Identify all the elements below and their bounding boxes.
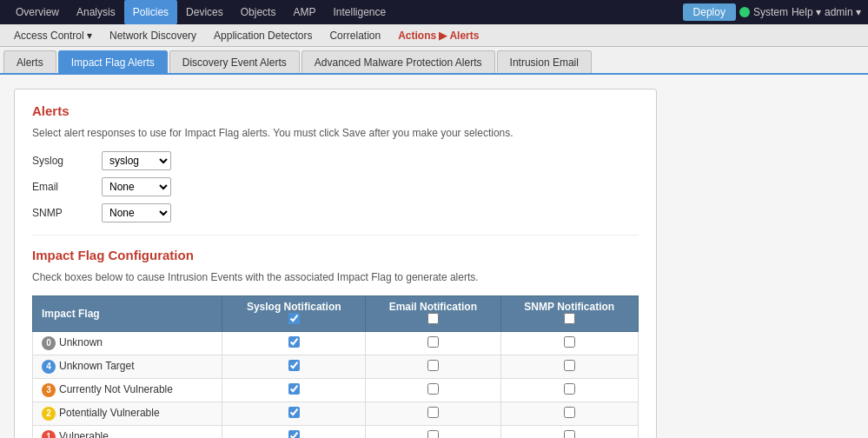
syslog-cell	[222, 332, 366, 355]
table-row: 2Potentially Vulnerable	[33, 402, 639, 426]
system-link[interactable]: System	[753, 6, 788, 18]
snmp-checkbox-3[interactable]	[564, 407, 575, 418]
email-label: Email	[32, 181, 102, 193]
email-header-checkbox[interactable]	[427, 313, 439, 324]
table-row: 0Unknown	[33, 332, 639, 355]
tab-discovery-event-alerts[interactable]: Discovery Event Alerts	[169, 50, 300, 73]
alerts-title: Alerts	[32, 103, 639, 118]
impact-flag-title: Impact Flag Configuration	[32, 248, 639, 262]
nav-item-devices[interactable]: Devices	[177, 0, 232, 24]
snmp-checkbox-1[interactable]	[564, 360, 575, 371]
syslog-checkbox-2[interactable]	[288, 383, 300, 395]
nav-item-policies[interactable]: Policies	[124, 0, 177, 24]
tab-intrusion-email[interactable]: Intrusion Email	[497, 50, 592, 73]
impact-flag-table: Impact Flag Syslog Notification Email No…	[32, 295, 639, 438]
snmp-checkbox-4[interactable]	[564, 430, 575, 438]
status-indicator	[739, 7, 750, 17]
tab-alerts[interactable]: Alerts	[3, 50, 56, 73]
table-row: 1Vulnerable	[33, 426, 639, 439]
email-checkbox-0[interactable]	[427, 336, 439, 348]
nav-item-objects[interactable]: Objects	[232, 0, 285, 24]
tabs-bar: Alerts Impact Flag Alerts Discovery Even…	[0, 47, 868, 75]
snmp-checkbox-2[interactable]	[564, 383, 575, 395]
tab-advanced-malware[interactable]: Advanced Malware Protection Alerts	[301, 50, 495, 73]
syslog-cell	[222, 355, 366, 379]
secondary-navigation: Access Control ▾ Network Discovery Appli…	[0, 24, 868, 47]
table-row: 4Unknown Target	[33, 355, 639, 379]
help-menu[interactable]: Help ▾	[792, 6, 821, 18]
deploy-button[interactable]: Deploy	[683, 3, 736, 21]
email-checkbox-2[interactable]	[427, 383, 439, 395]
impact-flag-cell: 3Currently Not Vulnerable	[33, 379, 222, 402]
email-cell	[366, 332, 500, 355]
table-row: 3Currently Not Vulnerable	[33, 379, 639, 402]
col-impact-flag: Impact Flag	[33, 296, 222, 332]
nav-item-overview[interactable]: Overview	[7, 0, 68, 24]
snmp-row: SNMP None	[32, 203, 639, 222]
snmp-label: SNMP	[32, 207, 102, 219]
snmp-header-checkbox[interactable]	[564, 313, 575, 324]
tab-impact-flag-alerts[interactable]: Impact Flag Alerts	[58, 50, 168, 73]
syslog-checkbox-1[interactable]	[288, 360, 300, 371]
syslog-select[interactable]: syslog None	[102, 151, 171, 170]
nav-item-amp[interactable]: AMP	[284, 0, 324, 24]
alerts-description: Select alert responses to use for Impact…	[32, 127, 639, 139]
secnav-actions-alerts[interactable]: Actions ▶ Alerts	[389, 24, 487, 47]
col-email-notification: Email Notification	[366, 296, 500, 332]
email-row: Email None	[32, 177, 639, 196]
col-syslog-notification: Syslog Notification	[222, 296, 366, 332]
email-select[interactable]: None	[102, 177, 171, 196]
syslog-cell	[222, 426, 366, 439]
email-checkbox-4[interactable]	[427, 430, 439, 438]
alerts-card: Alerts Select alert responses to use for…	[14, 89, 657, 438]
nav-item-analysis[interactable]: Analysis	[68, 0, 124, 24]
email-cell	[366, 379, 500, 402]
syslog-cell	[222, 402, 366, 426]
impact-flag-description: Check boxes below to cause Intrusion Eve…	[32, 271, 639, 283]
syslog-checkbox-4[interactable]	[288, 430, 300, 438]
secnav-network-discovery[interactable]: Network Discovery	[101, 24, 205, 47]
email-cell	[366, 402, 500, 426]
snmp-select[interactable]: None	[102, 203, 171, 222]
snmp-cell	[500, 379, 639, 402]
email-checkbox-3[interactable]	[427, 407, 439, 418]
email-checkbox-1[interactable]	[427, 360, 439, 371]
top-navigation: Overview Analysis Policies Devices Objec…	[0, 0, 868, 24]
admin-menu[interactable]: admin ▾	[825, 6, 861, 18]
main-content: Alerts Select alert responses to use for…	[0, 75, 868, 438]
secnav-application-detectors[interactable]: Application Detectors	[205, 24, 321, 47]
syslog-checkbox-3[interactable]	[288, 407, 300, 418]
col-snmp-notification: SNMP Notification	[500, 296, 639, 332]
impact-flag-cell: 2Potentially Vulnerable	[33, 402, 222, 426]
impact-flag-cell: 1Vulnerable	[33, 426, 222, 439]
syslog-label: Syslog	[32, 155, 102, 167]
secnav-access-control[interactable]: Access Control ▾	[5, 24, 101, 47]
impact-flag-cell: 4Unknown Target	[33, 355, 222, 379]
email-cell	[366, 355, 500, 379]
syslog-cell	[222, 379, 366, 402]
email-cell	[366, 426, 500, 439]
snmp-checkbox-0[interactable]	[564, 336, 575, 348]
snmp-cell	[500, 355, 639, 379]
syslog-checkbox-0[interactable]	[288, 336, 300, 348]
snmp-cell	[500, 402, 639, 426]
nav-item-intelligence[interactable]: Intelligence	[324, 0, 394, 24]
secnav-correlation[interactable]: Correlation	[321, 24, 389, 47]
impact-flag-cell: 0Unknown	[33, 332, 222, 355]
syslog-row: Syslog syslog None	[32, 151, 639, 170]
snmp-cell	[500, 426, 639, 439]
syslog-header-checkbox[interactable]	[288, 313, 300, 324]
snmp-cell	[500, 332, 639, 355]
